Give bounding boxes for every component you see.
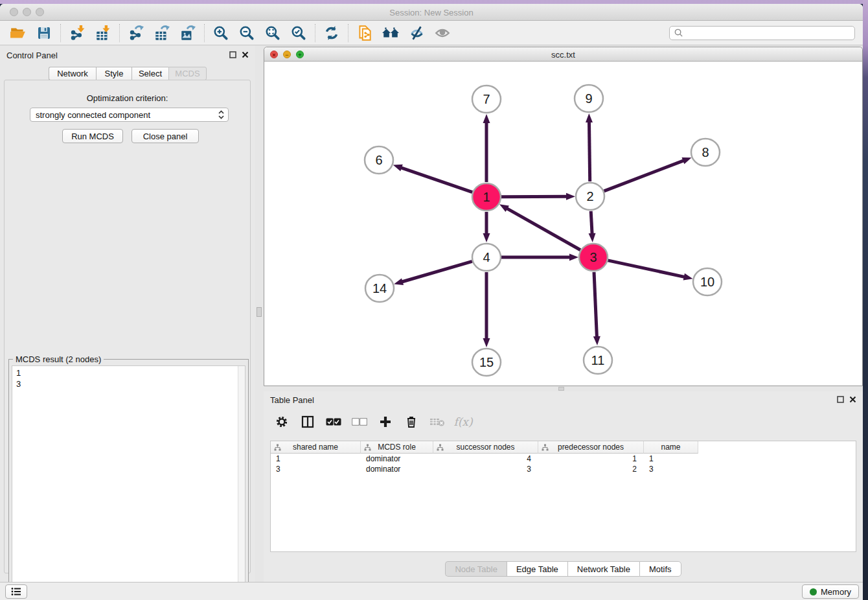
float-panel-icon[interactable] <box>837 396 844 403</box>
table-row[interactable]: 1dominator411 <box>271 454 856 464</box>
graph-node-14[interactable]: 14 <box>365 275 394 302</box>
graph-edge-3-1[interactable] <box>499 204 580 249</box>
column-header-successor-nodes[interactable]: successor nodes <box>433 441 538 454</box>
column-header-mcds-role[interactable]: MCDS role <box>361 441 433 454</box>
float-panel-icon[interactable] <box>229 51 236 58</box>
import-network-button[interactable] <box>64 22 90 44</box>
optimization-criterion-select[interactable]: strongly connected component <box>30 108 229 122</box>
delete-column-button[interactable] <box>400 410 423 433</box>
table-cell[interactable]: 4 <box>433 454 538 464</box>
add-column-button[interactable] <box>374 410 397 433</box>
column-header-name[interactable]: name <box>644 441 698 454</box>
zoom-selected-button[interactable] <box>286 22 312 44</box>
network-graph-canvas[interactable]: 1234678910111415 <box>264 62 862 386</box>
graph-node-3[interactable]: 3 <box>579 244 608 271</box>
close-panel-button[interactable]: Close panel <box>131 129 199 143</box>
table-cell[interactable]: 1 <box>271 454 361 464</box>
export-image-button[interactable] <box>175 22 201 44</box>
graph-edge-1-4[interactable] <box>483 212 490 242</box>
tab-node-table[interactable]: Node Table <box>445 561 507 577</box>
mcds-result-text[interactable]: 13 <box>12 365 246 600</box>
graph-edge-4-14[interactable] <box>394 261 472 285</box>
apply-function-button[interactable]: f(x) <box>451 410 475 433</box>
zoom-fit-icon <box>264 25 281 41</box>
splitter-handle[interactable] <box>257 307 262 317</box>
tab-edge-table[interactable]: Edge Table <box>507 561 567 577</box>
graph-edge-1-7[interactable] <box>483 114 490 182</box>
import-table-button[interactable] <box>90 22 116 44</box>
node-table[interactable]: shared nameMCDS rolesuccessor nodesprede… <box>270 441 856 552</box>
select-all-button[interactable] <box>322 410 345 433</box>
tab-network-table[interactable]: Network Table <box>567 561 639 577</box>
graph-edge-2-8[interactable] <box>604 157 691 191</box>
splitter-handle[interactable] <box>558 387 564 391</box>
search-input[interactable] <box>683 27 854 39</box>
hide-graphics-button[interactable] <box>404 22 429 44</box>
table-row[interactable]: 3dominator323 <box>271 464 856 474</box>
graph-node-1[interactable]: 1 <box>472 183 501 211</box>
close-panel-icon[interactable] <box>849 396 856 403</box>
refresh-view-button[interactable] <box>319 22 345 44</box>
zoom-out-button[interactable] <box>234 22 260 44</box>
show-columns-button[interactable] <box>296 410 319 433</box>
graph-edge-1-2[interactable] <box>501 193 575 200</box>
open-session-button[interactable] <box>5 22 31 44</box>
table-settings-button[interactable] <box>270 410 293 433</box>
zoom-fit-button[interactable] <box>260 22 286 44</box>
graph-node-15[interactable]: 15 <box>472 349 501 376</box>
save-session-icon <box>36 25 52 41</box>
graph-edge-1-6[interactable] <box>393 165 472 192</box>
graph-node-9[interactable]: 9 <box>575 85 603 112</box>
delete-table-icon <box>429 417 445 427</box>
graph-node-7[interactable]: 7 <box>472 86 501 113</box>
table-cell[interactable]: 3 <box>644 464 698 474</box>
zoom-in-button[interactable] <box>208 22 234 44</box>
graph-edge-2-9[interactable] <box>586 113 593 181</box>
graph-node-4[interactable]: 4 <box>472 244 501 271</box>
birdseye-view-button[interactable] <box>429 22 455 44</box>
table-cell[interactable]: dominator <box>361 464 433 474</box>
horizontal-splitter[interactable] <box>264 386 863 391</box>
graph-edge-4-15[interactable] <box>483 272 490 347</box>
graph-node-8[interactable]: 8 <box>691 139 720 166</box>
graph-edge-4-3[interactable] <box>501 254 578 261</box>
tab-style[interactable]: Style <box>96 67 131 80</box>
graph-node-2[interactable]: 2 <box>576 183 604 210</box>
column-label: predecessor nodes <box>558 443 624 452</box>
close-panel-icon[interactable] <box>242 51 249 58</box>
run-mcds-button[interactable]: Run MCDS <box>62 129 123 143</box>
deselect-all-button[interactable] <box>348 410 371 433</box>
graph-node-10[interactable]: 10 <box>693 268 722 295</box>
column-header-shared-name[interactable]: shared name <box>271 441 361 454</box>
export-network-button[interactable] <box>123 22 149 44</box>
mcds-panel: Optimization criterion: strongly connect… <box>4 80 251 573</box>
export-table-button[interactable] <box>149 22 175 44</box>
column-header-predecessor-nodes[interactable]: predecessor nodes <box>538 441 644 454</box>
first-neighbors-icon <box>382 25 400 41</box>
memory-button[interactable]: Memory <box>802 584 859 599</box>
graph-edge-3-11[interactable] <box>593 272 600 345</box>
table-cell[interactable]: 1 <box>644 454 698 464</box>
table-cell[interactable]: 3 <box>271 464 361 474</box>
first-neighbors-button[interactable] <box>378 22 404 44</box>
node-label: 3 <box>589 250 597 264</box>
save-session-button[interactable] <box>31 22 57 44</box>
delete-table-button[interactable] <box>426 410 449 433</box>
clone-network-button[interactable] <box>352 22 378 44</box>
search-box[interactable] <box>669 26 855 40</box>
vertical-splitter[interactable] <box>255 45 264 582</box>
result-scrollbar[interactable] <box>238 366 245 599</box>
graph-node-11[interactable]: 11 <box>584 347 612 374</box>
table-cell[interactable]: 3 <box>433 464 538 474</box>
graph-edge-3-10[interactable] <box>608 260 692 281</box>
table-cell[interactable]: 1 <box>538 454 644 464</box>
table-cell[interactable]: 2 <box>538 464 644 474</box>
tab-select[interactable]: Select <box>131 67 168 80</box>
task-history-button[interactable] <box>5 584 27 599</box>
graph-node-6[interactable]: 6 <box>365 146 393 174</box>
tab-motifs[interactable]: Motifs <box>639 561 681 577</box>
graph-edge-2-3[interactable] <box>589 211 596 242</box>
tab-network[interactable]: Network <box>49 67 96 80</box>
tab-mcds[interactable]: MCDS <box>168 67 207 80</box>
table-cell[interactable]: dominator <box>361 454 433 464</box>
